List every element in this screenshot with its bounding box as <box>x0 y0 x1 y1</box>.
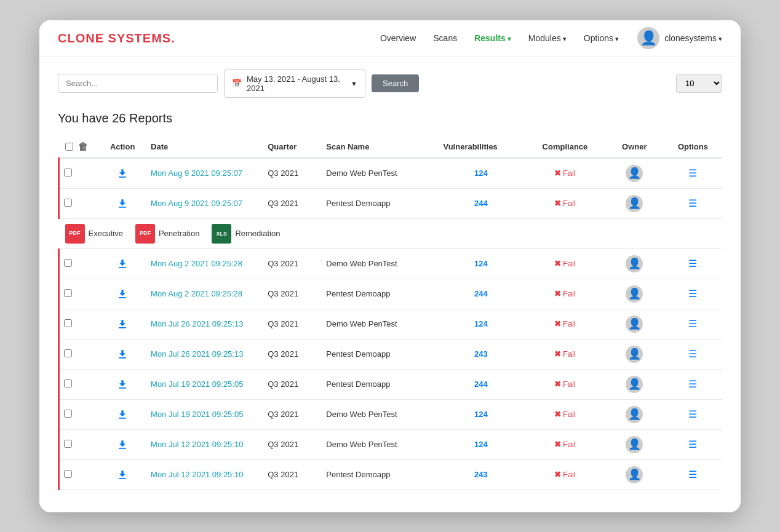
row-vulnerabilities[interactable]: 124 <box>437 309 525 339</box>
options-menu-icon[interactable]: ☰ <box>670 258 716 269</box>
row-date[interactable]: Mon Aug 2 2021 09:25:28 <box>145 279 261 309</box>
row-scan-name: Demo Web PenTest <box>320 158 437 189</box>
row-action-cell <box>100 309 145 339</box>
row-scan-name: Demo Web PenTest <box>320 248 437 279</box>
row-options[interactable]: ☰ <box>664 399 722 429</box>
row-options[interactable]: ☰ <box>664 279 722 309</box>
options-menu-icon[interactable]: ☰ <box>670 288 716 300</box>
table-row: Mon Jul 26 2021 09:25:13 Q3 2021 Demo We… <box>59 309 723 339</box>
row-checkbox[interactable] <box>64 379 72 387</box>
row-date[interactable]: Mon Aug 9 2021 09:25:07 <box>145 158 261 189</box>
row-quarter: Q3 2021 <box>261 399 320 429</box>
options-menu-icon[interactable]: ☰ <box>670 469 716 480</box>
fail-x-icon: ✖ <box>554 440 561 449</box>
action-col-header: Action <box>100 137 145 158</box>
row-vulnerabilities[interactable]: 244 <box>437 279 525 309</box>
fail-x-icon: ✖ <box>554 349 561 359</box>
row-owner: 👤 <box>605 429 664 459</box>
row-date[interactable]: Mon Jul 26 2021 09:25:13 <box>145 339 261 369</box>
row-vulnerabilities[interactable]: 243 <box>437 339 525 369</box>
row-owner: 👤 <box>605 188 664 218</box>
nav-options[interactable]: Options <box>584 33 619 43</box>
row-checkbox[interactable] <box>64 169 72 177</box>
download-icon[interactable] <box>106 318 138 330</box>
row-checkbox[interactable] <box>64 289 72 297</box>
row-date[interactable]: Mon Jul 19 2021 09:25:05 <box>145 399 261 429</box>
logo-text-after: E SYSTEMS. <box>95 31 175 45</box>
username[interactable]: clonesystems <box>664 33 722 43</box>
row-vulnerabilities[interactable]: 124 <box>437 399 525 429</box>
row-date[interactable]: Mon Jul 12 2021 09:25:10 <box>145 429 261 459</box>
row-checkbox[interactable] <box>64 470 72 478</box>
row-checkbox-cell <box>59 399 101 429</box>
row-compliance: ✖ Fail <box>525 369 605 399</box>
row-checkbox[interactable] <box>64 199 72 207</box>
row-options[interactable]: ☰ <box>664 429 722 459</box>
trash-icon[interactable]: 🗑 <box>78 141 88 153</box>
penetration-report-btn[interactable]: PDF Penetration <box>135 224 200 244</box>
row-options[interactable]: ☰ <box>664 248 722 279</box>
nav-overview[interactable]: Overview <box>380 33 416 43</box>
row-options[interactable]: ☰ <box>664 339 722 369</box>
nav-scans[interactable]: Scans <box>433 33 457 43</box>
download-icon[interactable] <box>106 288 138 300</box>
download-icon[interactable] <box>106 258 138 270</box>
row-vulnerabilities[interactable]: 243 <box>437 459 525 490</box>
row-vulnerabilities[interactable]: 124 <box>437 158 525 189</box>
options-menu-icon[interactable]: ☰ <box>670 167 716 179</box>
owner-avatar: 👤 <box>626 255 643 272</box>
main-content: 📅 May 13, 2021 - August 13, 2021 ▼ Searc… <box>39 57 741 502</box>
row-vulnerabilities[interactable]: 244 <box>437 369 525 399</box>
download-icon[interactable] <box>106 348 138 360</box>
download-icon[interactable] <box>106 469 138 481</box>
row-options[interactable]: ☰ <box>664 309 722 339</box>
row-vulnerabilities[interactable]: 124 <box>437 248 525 279</box>
download-icon[interactable] <box>106 408 138 421</box>
row-date[interactable]: Mon Aug 9 2021 09:25:07 <box>145 188 261 218</box>
row-date[interactable]: Mon Jul 12 2021 09:25:10 <box>145 459 261 490</box>
options-menu-icon[interactable]: ☰ <box>670 439 716 450</box>
row-options[interactable]: ☰ <box>664 369 722 399</box>
row-vulnerabilities[interactable]: 244 <box>437 188 525 218</box>
fail-x-icon: ✖ <box>554 410 561 419</box>
options-menu-icon[interactable]: ☰ <box>670 318 716 330</box>
table-row: Mon Aug 9 2021 09:25:07 Q3 2021 Demo Web… <box>59 158 723 189</box>
reports-table: 🗑 Action Date Quarter Scan Name Vulnerab… <box>58 137 722 490</box>
row-checkbox[interactable] <box>64 319 72 327</box>
row-options[interactable]: ☰ <box>664 158 722 189</box>
row-checkbox-cell <box>59 279 101 309</box>
row-checkbox[interactable] <box>64 410 72 418</box>
row-checkbox[interactable] <box>64 349 72 357</box>
user-area[interactable]: 👤 clonesystems <box>637 27 722 49</box>
row-date[interactable]: Mon Jul 26 2021 09:25:13 <box>145 309 261 339</box>
options-menu-icon[interactable]: ☰ <box>670 408 716 420</box>
options-menu-icon[interactable]: ☰ <box>670 197 716 209</box>
download-icon[interactable] <box>106 197 138 210</box>
remediation-report-btn[interactable]: XLS Remediation <box>212 224 280 244</box>
row-checkbox[interactable] <box>64 440 72 448</box>
row-options[interactable]: ☰ <box>664 188 722 218</box>
options-menu-icon[interactable]: ☰ <box>670 348 716 360</box>
row-vulnerabilities[interactable]: 124 <box>437 429 525 459</box>
date-range-picker[interactable]: 📅 May 13, 2021 - August 13, 2021 ▼ <box>224 69 365 98</box>
row-options[interactable]: ☰ <box>664 459 722 490</box>
per-page-select[interactable]: 10 25 50 <box>676 74 722 93</box>
options-menu-icon[interactable]: ☰ <box>670 378 716 390</box>
row-date[interactable]: Mon Aug 2 2021 09:25:28 <box>145 248 261 279</box>
pdf-icon-penetration: PDF <box>135 224 155 244</box>
nav-results[interactable]: Results <box>474 33 511 43</box>
row-action-cell <box>100 279 145 309</box>
row-action-cell <box>100 429 145 459</box>
row-compliance: ✖ Fail <box>525 188 605 218</box>
download-icon[interactable] <box>106 167 138 180</box>
row-date[interactable]: Mon Jul 19 2021 09:25:05 <box>145 369 261 399</box>
nav-modules[interactable]: Modules <box>528 33 567 43</box>
executive-report-btn[interactable]: PDF Executive <box>65 224 123 244</box>
penetration-label: Penetration <box>159 229 200 238</box>
search-input[interactable] <box>58 74 218 93</box>
download-icon[interactable] <box>106 378 138 391</box>
row-checkbox[interactable] <box>64 259 72 267</box>
select-all-checkbox[interactable] <box>65 143 73 151</box>
download-icon[interactable] <box>106 439 138 451</box>
search-button[interactable]: Search <box>372 74 419 92</box>
